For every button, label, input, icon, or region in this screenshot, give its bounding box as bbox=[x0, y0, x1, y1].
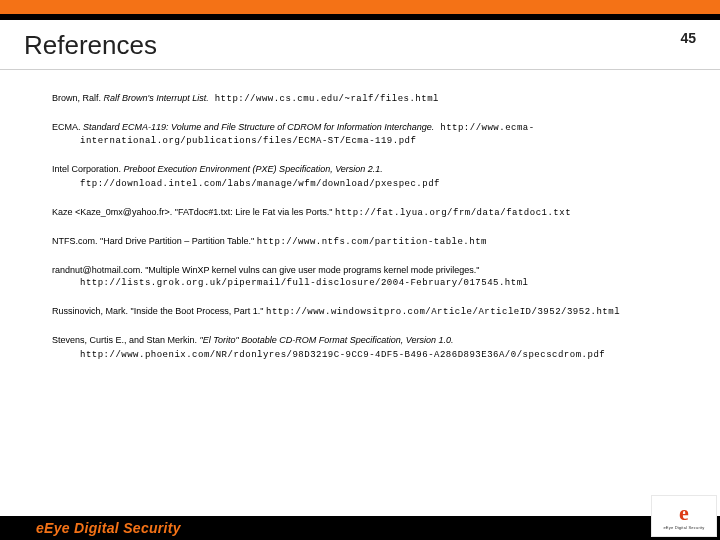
footer-logo: e eEye Digital Security bbox=[651, 495, 717, 537]
ref-author: NTFS.com. "Hard Drive Partition – Partit… bbox=[52, 236, 257, 246]
reference-item: Stevens, Curtis E., and Stan Merkin. "El… bbox=[52, 334, 668, 360]
ref-url: http://www.phoenix.com/NR/rdonlyres/98D3… bbox=[80, 350, 605, 360]
ref-author: randnut@hotmail.com. "Multiple WinXP ker… bbox=[52, 265, 480, 275]
ref-author: Brown, Ralf. bbox=[52, 93, 104, 103]
top-accent-bar bbox=[0, 0, 720, 14]
ref-url: http://fat.lyua.org/frm/data/fatdoc1.txt bbox=[335, 208, 571, 218]
ref-title: Ralf Brown's Interrupt List. bbox=[104, 93, 209, 103]
ref-author: Kaze <Kaze_0mx@yahoo.fr>. "FATdoc#1.txt:… bbox=[52, 207, 335, 217]
logo-icon: e bbox=[679, 502, 689, 524]
page-title: References bbox=[24, 30, 157, 61]
logo-subtext: eEye Digital Security bbox=[663, 525, 704, 530]
ref-author: Intel Corporation. bbox=[52, 164, 124, 174]
ref-title: "El Torito" Bootable CD-ROM Format Speci… bbox=[200, 335, 454, 345]
references-list: Brown, Ralf. Ralf Brown's Interrupt List… bbox=[0, 70, 720, 383]
reference-item: Kaze <Kaze_0mx@yahoo.fr>. "FATdoc#1.txt:… bbox=[52, 206, 668, 219]
ref-url: http://www.ntfs.com/partition-table.htm bbox=[257, 237, 487, 247]
ref-url: http://lists.grok.org.uk/pipermail/full-… bbox=[80, 278, 528, 288]
reference-item: ECMA. Standard ECMA-119: Volume and File… bbox=[52, 121, 668, 147]
ref-url: ftp://download.intel.com/labs/manage/wfm… bbox=[80, 179, 440, 189]
footer-brand-text: eEye Digital Security bbox=[36, 520, 181, 536]
page-number: 45 bbox=[680, 30, 696, 46]
ref-author: Russinovich, Mark. "Inside the Boot Proc… bbox=[52, 306, 266, 316]
slide-header: References 45 bbox=[0, 20, 720, 70]
footer-bar: eEye Digital Security bbox=[0, 516, 720, 540]
ref-author: ECMA. bbox=[52, 122, 83, 132]
reference-item: Russinovich, Mark. "Inside the Boot Proc… bbox=[52, 305, 668, 318]
ref-url: http://www.cs.cmu.edu/~ralf/files.html bbox=[209, 94, 439, 104]
reference-item: NTFS.com. "Hard Drive Partition – Partit… bbox=[52, 235, 668, 248]
ref-url: http://www.windowsitpro.com/Article/Arti… bbox=[266, 307, 620, 317]
ref-title: Preboot Execution Environment (PXE) Spec… bbox=[124, 164, 383, 174]
reference-item: randnut@hotmail.com. "Multiple WinXP ker… bbox=[52, 264, 668, 289]
ref-title: Standard ECMA-119: Volume and File Struc… bbox=[83, 122, 434, 132]
reference-item: Brown, Ralf. Ralf Brown's Interrupt List… bbox=[52, 92, 668, 105]
ref-author: Stevens, Curtis E., and Stan Merkin. bbox=[52, 335, 200, 345]
reference-item: Intel Corporation. Preboot Execution Env… bbox=[52, 163, 668, 189]
